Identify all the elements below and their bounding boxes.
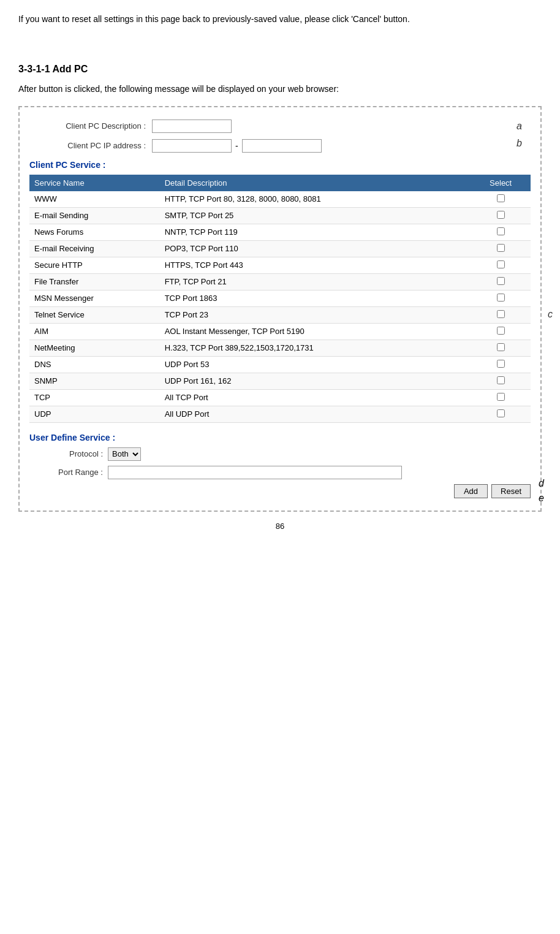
service-table-header-row: Service Name Detail Description Select: [29, 175, 531, 191]
client-pc-description-input[interactable]: [152, 120, 232, 133]
section-description: After button is clicked, the following m…: [18, 82, 542, 96]
service-checkbox[interactable]: [497, 227, 505, 235]
annotation-e: e: [539, 493, 544, 504]
header-detail-description: Detail Description: [160, 175, 471, 191]
service-checkbox[interactable]: [497, 211, 505, 219]
service-table-row: Secure HTTPHTTPS, TCP Port 443: [29, 257, 531, 273]
user-define-section: User Define Service : Protocol : Both TC…: [29, 433, 531, 479]
main-form-box: a b Client PC Description : Client PC IP…: [18, 106, 542, 512]
service-select-cell: [471, 340, 531, 356]
service-select-cell: [471, 240, 531, 257]
service-name-cell: TCP: [29, 389, 160, 406]
service-name-cell: NetMeeting: [29, 340, 160, 356]
service-table-row: TCPAll TCP Port: [29, 389, 531, 406]
page-number: 86: [18, 522, 542, 531]
reset-button[interactable]: Reset: [491, 484, 531, 498]
service-select-cell: [471, 406, 531, 422]
user-define-service-label: User Define Service :: [29, 433, 531, 442]
action-buttons-row: Add Reset d e: [29, 484, 531, 498]
service-table-row: SNMPUDP Port 161, 162: [29, 373, 531, 389]
service-detail-cell: FTP, TCP Port 21: [160, 273, 471, 290]
service-checkbox[interactable]: [497, 409, 505, 417]
service-detail-cell: UDP Port 161, 162: [160, 373, 471, 389]
service-detail-cell: UDP Port 53: [160, 356, 471, 373]
service-table-row: MSN MessengerTCP Port 1863: [29, 290, 531, 306]
service-detail-cell: H.323, TCP Port 389,522,1503,1720,1731: [160, 340, 471, 356]
ip-input-group: -: [152, 139, 322, 153]
service-detail-cell: POP3, TCP Port 110: [160, 240, 471, 257]
port-range-input[interactable]: [108, 466, 402, 479]
header-select: Select: [471, 175, 531, 191]
section-title: 3-3-1-1 Add PC: [18, 64, 542, 75]
ip-dash: -: [235, 141, 238, 151]
service-checkbox[interactable]: [497, 343, 505, 351]
service-detail-cell: All UDP Port: [160, 406, 471, 422]
service-checkbox[interactable]: [497, 393, 505, 401]
service-name-cell: Telnet Service: [29, 306, 160, 323]
client-pc-description-row: Client PC Description :: [29, 120, 531, 133]
service-select-cell: [471, 389, 531, 406]
service-name-cell: News Forums: [29, 224, 160, 240]
port-range-label: Port Range :: [36, 468, 103, 477]
service-select-cell: [471, 323, 531, 340]
intro-text: If you want to reset all settings in thi…: [18, 12, 542, 26]
header-service-name: Service Name: [29, 175, 160, 191]
service-table-row: E-mail SendingSMTP, TCP Port 25: [29, 207, 531, 224]
service-checkbox[interactable]: [497, 260, 505, 268]
protocol-label: Protocol :: [36, 449, 103, 458]
service-name-cell: File Transfer: [29, 273, 160, 290]
service-checkbox[interactable]: [497, 294, 505, 302]
service-select-cell: [471, 306, 531, 323]
annotation-a: a: [516, 121, 522, 132]
protocol-select[interactable]: Both TCP UDP: [108, 447, 141, 461]
service-table-row: NetMeetingH.323, TCP Port 389,522,1503,1…: [29, 340, 531, 356]
annotation-c: c: [548, 309, 553, 320]
service-name-cell: DNS: [29, 356, 160, 373]
service-checkbox[interactable]: [497, 194, 505, 202]
service-select-cell: [471, 273, 531, 290]
client-pc-ip-end-input[interactable]: [242, 139, 322, 153]
add-button[interactable]: Add: [454, 484, 488, 498]
service-table-row: UDPAll UDP Port: [29, 406, 531, 422]
service-table-row: DNSUDP Port 53: [29, 356, 531, 373]
service-select-cell: [471, 191, 531, 208]
service-select-cell: [471, 290, 531, 306]
service-detail-cell: HTTP, TCP Port 80, 3128, 8000, 8080, 808…: [160, 191, 471, 208]
service-select-cell: [471, 207, 531, 224]
service-detail-cell: NNTP, TCP Port 119: [160, 224, 471, 240]
service-checkbox[interactable]: [497, 310, 505, 318]
service-name-cell: UDP: [29, 406, 160, 422]
service-table-row: Telnet ServiceTCP Port 23: [29, 306, 531, 323]
service-table-row: E-mail ReceivingPOP3, TCP Port 110: [29, 240, 531, 257]
service-name-cell: E-mail Sending: [29, 207, 160, 224]
client-pc-ip-label: Client PC IP address :: [36, 141, 146, 150]
service-select-cell: [471, 257, 531, 273]
annotation-b: b: [516, 138, 522, 149]
service-name-cell: E-mail Receiving: [29, 240, 160, 257]
service-select-cell: [471, 373, 531, 389]
service-name-cell: WWW: [29, 191, 160, 208]
service-select-cell: [471, 356, 531, 373]
service-checkbox[interactable]: [497, 376, 505, 384]
protocol-row: Protocol : Both TCP UDP: [29, 447, 531, 461]
client-pc-description-label: Client PC Description :: [36, 121, 146, 131]
client-pc-service-label: Client PC Service :: [29, 160, 531, 170]
service-detail-cell: TCP Port 1863: [160, 290, 471, 306]
client-pc-ip-start-input[interactable]: [152, 139, 232, 153]
service-checkbox[interactable]: [497, 277, 505, 285]
port-range-row: Port Range :: [29, 466, 531, 479]
service-table-row: AIMAOL Instant Messenger, TCP Port 5190: [29, 323, 531, 340]
service-table-row: File TransferFTP, TCP Port 21: [29, 273, 531, 290]
service-table: Service Name Detail Description Select W…: [29, 175, 531, 423]
service-checkbox[interactable]: [497, 360, 505, 368]
service-detail-cell: AOL Instant Messenger, TCP Port 5190: [160, 323, 471, 340]
service-name-cell: Secure HTTP: [29, 257, 160, 273]
service-table-row: WWWHTTP, TCP Port 80, 3128, 8000, 8080, …: [29, 191, 531, 208]
service-detail-cell: TCP Port 23: [160, 306, 471, 323]
service-name-cell: AIM: [29, 323, 160, 340]
service-checkbox[interactable]: [497, 327, 505, 335]
service-checkbox[interactable]: [497, 244, 505, 252]
annotation-d: d: [539, 478, 544, 489]
service-detail-cell: All TCP Port: [160, 389, 471, 406]
service-select-cell: [471, 224, 531, 240]
